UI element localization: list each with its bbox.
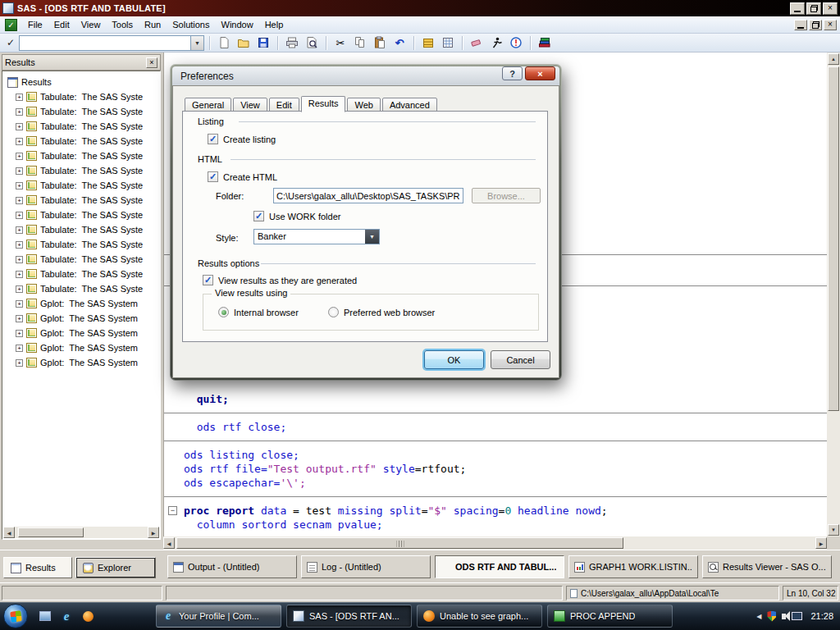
tree-scroll-thumb[interactable]	[18, 527, 84, 537]
hidden-icons-chevron[interactable]: ◀	[756, 613, 761, 620]
expand-icon[interactable]: +	[16, 123, 23, 130]
taskbar-task-button[interactable]: Your Profile | Com...	[156, 605, 281, 628]
taskbar-task-button[interactable]: Unable to see graph...	[417, 605, 542, 628]
style-select[interactable]: Banker ▼	[253, 229, 380, 244]
expand-icon[interactable]: +	[16, 226, 23, 234]
help-books-icon[interactable]	[536, 34, 554, 51]
vertical-scroll-thumb[interactable]	[828, 66, 839, 411]
scroll-down-icon[interactable]: ▼	[828, 524, 839, 536]
command-dropdown-icon[interactable]: ▼	[190, 36, 203, 50]
command-bar-input[interactable]: ▼	[19, 35, 204, 51]
menu-item[interactable]: File	[22, 16, 48, 33]
expand-icon[interactable]: +	[16, 167, 23, 175]
window-tab[interactable]: Output - (Untitled)	[167, 555, 297, 578]
break-icon[interactable]	[507, 34, 525, 51]
restore-button[interactable]	[806, 2, 821, 15]
results-tree-item[interactable]: + Gplot: The SAS System	[2, 355, 160, 370]
menu-item[interactable]: Tools	[106, 16, 139, 33]
results-tree-item[interactable]: + Tabulate: The SAS Syste	[2, 222, 160, 237]
expand-icon[interactable]: +	[16, 345, 23, 352]
submit-icon[interactable]	[487, 34, 505, 51]
dialog-tab[interactable]: General	[185, 98, 231, 112]
results-tree-item[interactable]: + Tabulate: The SAS Syste	[2, 163, 160, 178]
window-tab[interactable]: GRAPH1 WORK.LISTIN...	[568, 555, 698, 578]
ie-quicklaunch-icon[interactable]	[57, 606, 75, 626]
new-library-icon[interactable]	[419, 34, 437, 51]
ok-button[interactable]: OK	[424, 350, 484, 369]
results-tree-item[interactable]: + Tabulate: The SAS Syste	[2, 267, 160, 281]
new-document-icon[interactable]	[215, 34, 233, 51]
results-tree-item[interactable]: + Tabulate: The SAS Syste	[2, 237, 160, 252]
taskbar-task-button[interactable]: SAS - [ODS RTF AN...	[286, 605, 412, 628]
expand-icon[interactable]: +	[16, 330, 23, 337]
window-tab[interactable]: Results Viewer - SAS O...	[702, 555, 832, 578]
menu-item[interactable]: Run	[139, 16, 167, 33]
minimize-button[interactable]	[790, 2, 805, 15]
menu-item[interactable]: Window	[216, 16, 259, 33]
html-folder-input[interactable]	[273, 188, 463, 203]
print-preview-icon[interactable]	[303, 34, 321, 51]
results-tree-item[interactable]: + Tabulate: The SAS Syste	[2, 148, 160, 163]
panel-tab-explorer[interactable]: Explorer	[75, 557, 156, 578]
code-fold-toggle[interactable]: −	[168, 506, 177, 515]
copy-icon[interactable]	[351, 34, 369, 51]
network-icon[interactable]	[792, 612, 802, 620]
create-html-checkbox[interactable]: ✓ Create HTML	[208, 171, 277, 182]
scroll-up-icon[interactable]: ▲	[828, 53, 839, 65]
results-tree-item[interactable]: + Gplot: The SAS System	[2, 340, 160, 355]
results-tree-item[interactable]: + Gplot: The SAS System	[2, 326, 160, 340]
save-icon[interactable]	[254, 34, 272, 51]
menu-item[interactable]: Help	[259, 16, 290, 33]
clear-all-icon[interactable]	[468, 34, 486, 51]
dialog-tab[interactable]: View	[233, 98, 267, 112]
menu-item[interactable]: Solutions	[167, 16, 215, 33]
expand-icon[interactable]: +	[16, 256, 23, 263]
results-tree-item[interactable]: + Tabulate: The SAS Syste	[2, 89, 160, 104]
panel-close-button[interactable]: ×	[146, 57, 158, 68]
results-tree-item[interactable]: + Tabulate: The SAS Syste	[2, 281, 160, 296]
scroll-left-icon[interactable]: ◀	[163, 537, 175, 549]
results-tree-root[interactable]: Results	[2, 75, 160, 89]
expand-icon[interactable]: +	[16, 108, 23, 116]
mdi-close-button[interactable]: ×	[824, 20, 837, 30]
cut-icon[interactable]: ✂	[331, 34, 349, 51]
editor-vertical-scrollbar[interactable]: ▲ ▼	[827, 52, 840, 536]
results-tree-item[interactable]: + Tabulate: The SAS Syste	[2, 119, 160, 134]
dialog-tab[interactable]: Edit	[269, 98, 299, 112]
preferred-browser-radio[interactable]: Preferred web browser	[328, 307, 435, 317]
print-icon[interactable]	[283, 34, 301, 51]
horizontal-scroll-thumb[interactable]	[176, 537, 623, 549]
results-tree-item[interactable]: + Tabulate: The SAS Syste	[2, 208, 160, 222]
view-results-checkbox[interactable]: ✓ View results as they are generated	[203, 275, 357, 285]
table-view-icon[interactable]	[439, 34, 457, 51]
expand-icon[interactable]: +	[16, 138, 23, 145]
expand-icon[interactable]: +	[16, 359, 23, 367]
window-tab[interactable]: Log - (Untitled)	[301, 555, 431, 578]
expand-icon[interactable]: +	[16, 182, 23, 189]
close-button[interactable]: ×	[823, 2, 838, 15]
media-quicklaunch-icon[interactable]	[79, 606, 97, 626]
results-tree-item[interactable]: + Gplot: The SAS System	[2, 296, 160, 311]
expand-icon[interactable]: +	[16, 153, 23, 160]
dialog-tab[interactable]: Results	[301, 96, 346, 112]
window-tab[interactable]: ODS RTF AND TABUL...	[435, 555, 564, 578]
mdi-restore-button[interactable]	[809, 20, 822, 30]
menu-item[interactable]: Edit	[48, 16, 75, 33]
dialog-close-button[interactable]: ×	[525, 66, 555, 80]
expand-icon[interactable]: +	[16, 241, 23, 249]
editor-horizontal-scrollbar[interactable]: ◀ ▶	[163, 536, 827, 550]
expand-icon[interactable]: +	[16, 315, 23, 322]
security-shield-icon[interactable]	[767, 611, 776, 622]
dialog-tab[interactable]: Advanced	[382, 98, 437, 112]
paste-icon[interactable]	[371, 34, 389, 51]
results-tree-item[interactable]: + Tabulate: The SAS Syste	[2, 252, 160, 267]
menu-item[interactable]: View	[75, 16, 107, 33]
undo-icon[interactable]: ↶	[390, 34, 409, 51]
expand-icon[interactable]: +	[16, 94, 23, 101]
taskbar-clock[interactable]: 21:28	[810, 611, 833, 621]
results-tree-item[interactable]: + Tabulate: The SAS Syste	[2, 134, 160, 148]
expand-icon[interactable]: +	[16, 285, 23, 293]
internal-browser-radio[interactable]: Internal browser	[218, 307, 299, 317]
use-work-folder-checkbox[interactable]: ✓ Use WORK folder	[253, 211, 340, 221]
panel-tab-results[interactable]: Results	[3, 557, 72, 578]
